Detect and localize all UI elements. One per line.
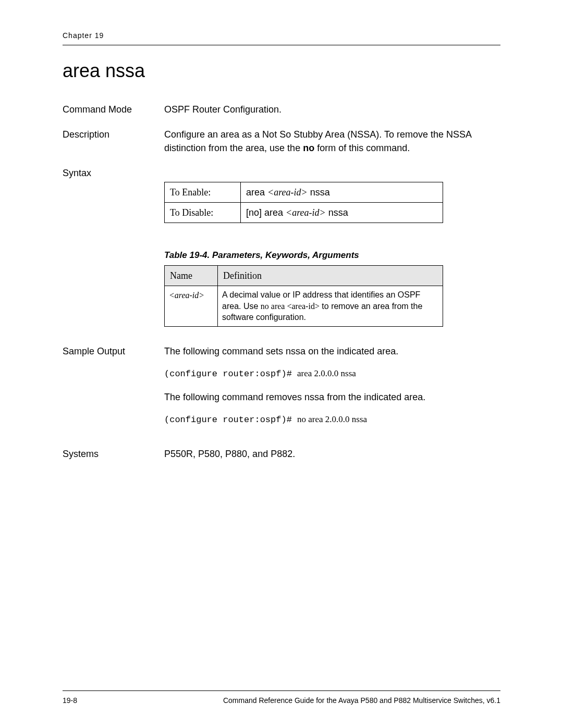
syn0-post: nssa <box>308 187 330 198</box>
syntax-content: To Enable: area <area-id> nssa To Disabl… <box>164 166 500 327</box>
syntax-enable-label: To Enable: <box>165 182 241 203</box>
syntax-row-enable: To Enable: area <area-id> nssa <box>165 182 443 203</box>
syntax-disable-cmd: [no] area <area-id> nssa <box>241 203 443 223</box>
desc-bold: no <box>303 143 314 153</box>
chapter-header: Chapter 19 <box>63 31 500 40</box>
syntax-row-disable: To Disable: [no] area <area-id> nssa <box>165 203 443 223</box>
sample-code1-prompt: (configure router:ospf)# <box>164 369 297 379</box>
param-header-name: Name <box>165 266 218 286</box>
syn1-post: nssa <box>326 207 348 218</box>
desc-text-b: form of this command. <box>314 143 410 153</box>
sample-code2-prompt: (configure router:ospf)# <box>164 415 297 425</box>
bottom-rule <box>63 690 500 691</box>
value-systems: P550R, P580, P880, and P882. <box>164 447 500 461</box>
doc-title: Command Reference Guide for the Avaya P5… <box>223 696 500 705</box>
param-def-code: no area <area-id> <box>261 302 320 311</box>
page-footer: 19-8 Command Reference Guide for the Ava… <box>63 690 500 705</box>
sample-code2-cmd: no area 2.0.0.0 nssa <box>297 414 367 424</box>
top-rule <box>63 45 500 45</box>
param-header-def: Definition <box>218 266 443 286</box>
label-syntax: Syntax <box>63 166 164 327</box>
syn1-pre: [no] area <box>246 207 286 218</box>
footer-row: 19-8 Command Reference Guide for the Ava… <box>63 696 500 705</box>
row-sample: Sample Output The following command sets… <box>63 344 500 436</box>
syntax-disable-label: To Disable: <box>165 203 241 223</box>
param-header-row: Name Definition <box>165 266 443 286</box>
syntax-table: To Enable: area <area-id> nssa To Disabl… <box>164 182 443 223</box>
param-def: A decimal value or IP address that ident… <box>218 286 443 327</box>
row-command-mode: Command Mode OSPF Router Configuration. <box>63 103 500 116</box>
value-command-mode: OSPF Router Configuration. <box>164 103 500 116</box>
row-systems: Systems P550R, P580, P880, and P882. <box>63 447 500 461</box>
param-table: Name Definition <area-id> A decimal valu… <box>164 265 443 327</box>
param-caption: Table 19-4. Parameters, Keywords, Argume… <box>164 249 500 262</box>
param-row: <area-id> A decimal value or IP address … <box>165 286 443 327</box>
label-description: Description <box>63 128 164 155</box>
label-command-mode: Command Mode <box>63 103 164 116</box>
sample-text1: The following command sets nssa on the i… <box>164 344 500 358</box>
label-systems: Systems <box>63 447 164 461</box>
syn0-var: <area-id> <box>267 187 308 198</box>
sample-code1: (configure router:ospf)# area 2.0.0.0 ns… <box>164 367 500 381</box>
page: Chapter 19 area nssa Command Mode OSPF R… <box>0 0 563 728</box>
page-number: 19-8 <box>63 696 77 705</box>
sample-text2: The following command removes nssa from … <box>164 390 500 404</box>
row-description: Description Configure an area as a Not S… <box>63 128 500 155</box>
command-title: area nssa <box>63 60 500 82</box>
value-description: Configure an area as a Not So Stubby Are… <box>164 128 500 155</box>
sample-code2: (configure router:ospf)# no area 2.0.0.0… <box>164 413 500 427</box>
param-var: <area-id> <box>165 286 218 327</box>
label-sample: Sample Output <box>63 344 164 436</box>
sample-content: The following command sets nssa on the i… <box>164 344 500 436</box>
syntax-enable-cmd: area <area-id> nssa <box>241 182 443 203</box>
syn1-var: <area-id> <box>286 207 326 218</box>
sample-code1-cmd: area 2.0.0.0 nssa <box>297 368 356 378</box>
row-syntax: Syntax To Enable: area <area-id> nssa To… <box>63 166 500 327</box>
syn0-pre: area <box>246 187 267 198</box>
